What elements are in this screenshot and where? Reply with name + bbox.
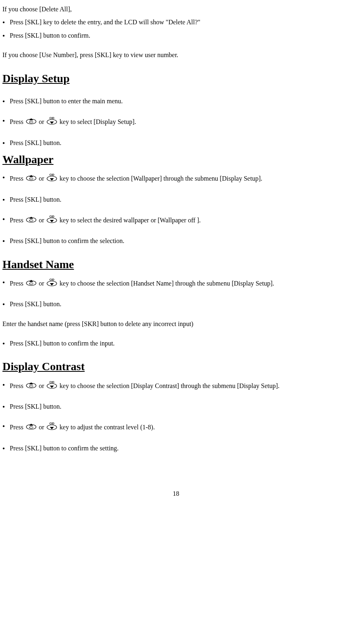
- svg-marker-41: [50, 427, 54, 429]
- display-setup-bullet-2: Press or CID key to select [Display Setu…: [2, 116, 350, 128]
- heading-handset-name: Handset Name: [2, 256, 350, 272]
- page-number: 18: [2, 489, 350, 498]
- wallpaper-bullet-4: Press [SKL] button to confirm the select…: [2, 237, 350, 245]
- display-setup-bullet-3: Press [SKL] button.: [2, 139, 350, 147]
- bullet-text-post: key to choose the selection [Handset Nam…: [60, 280, 274, 287]
- bullet-text: Press [SKL] button.: [10, 301, 62, 307]
- svg-text:CID: CID: [49, 173, 54, 176]
- intro-delete-all: If you choose [Delete All],: [2, 5, 350, 14]
- handset-name-bullet-3: Press [SKL] button to confirm the input.: [2, 339, 350, 348]
- svg-marker-6: [50, 122, 54, 124]
- handset-name-bullet-1: Press or CID key to choose the selection…: [2, 278, 350, 289]
- bullet-text-mid: or: [39, 382, 46, 389]
- heading-display-contrast: Display Contrast: [2, 358, 350, 374]
- svg-marker-27: [50, 283, 54, 286]
- down-arrow-cid-icon: CID: [47, 380, 57, 392]
- heading-wallpaper: Wallpaper: [2, 151, 350, 167]
- bullet-text-pre: Press: [10, 217, 25, 224]
- down-arrow-cid-icon: CID: [47, 173, 57, 184]
- bullet-text: Press [SKL] key to delete the entry, and…: [10, 19, 201, 26]
- intro-bullet-1: Press [SKL] key to delete the entry, and…: [2, 18, 350, 27]
- bullet-text-post: key to choose the selection [Wallpaper] …: [60, 175, 262, 182]
- bullet-text: Press [SKL] button.: [10, 403, 62, 410]
- bullet-text-pre: Press: [10, 118, 25, 125]
- bullet-text-mid: or: [39, 175, 46, 182]
- svg-text:CID: CID: [49, 117, 54, 119]
- up-arrow-redial-icon: [26, 215, 36, 225]
- bullet-text-mid: or: [39, 217, 46, 224]
- up-arrow-redial-icon: [26, 381, 36, 391]
- bullet-text-post: key to select the desired wallpaper or […: [60, 217, 201, 224]
- bullet-text-post: key to select [Display Setup].: [60, 118, 136, 125]
- bullet-text-pre: Press: [10, 382, 25, 389]
- svg-text:CID: CID: [49, 422, 54, 425]
- svg-marker-13: [50, 178, 54, 181]
- up-arrow-redial-icon: [26, 117, 36, 127]
- wallpaper-bullet-2: Press [SKL] button.: [2, 195, 350, 204]
- down-arrow-cid-icon: CID: [47, 278, 57, 289]
- bullet-text-pre: Press: [10, 175, 25, 182]
- display-contrast-bullet-1: Press or CID key to choose the selection…: [2, 380, 350, 392]
- down-arrow-cid-icon: CID: [47, 422, 57, 433]
- svg-marker-34: [50, 386, 54, 388]
- svg-text:CID: CID: [49, 215, 54, 218]
- bullet-text: Press [SKL] button to confirm.: [10, 32, 90, 39]
- bullet-text-pre: Press: [10, 280, 25, 287]
- bullet-text-mid: or: [39, 280, 46, 287]
- bullet-text: Press [SKL] button.: [10, 196, 62, 203]
- bullet-text: Press [SKL] button.: [10, 139, 62, 146]
- bullet-text: Press [SKL] button to confirm the settin…: [10, 445, 119, 452]
- bullet-text: Press [SKL] button to confirm the select…: [10, 237, 124, 244]
- display-contrast-bullet-3: Press or CID key to adjust the contrast …: [2, 422, 350, 433]
- handset-name-para: Enter the handset name (press [SKR] butt…: [2, 320, 350, 328]
- up-arrow-redial-icon: [26, 279, 36, 288]
- bullet-text-mid: or: [39, 424, 46, 431]
- bullet-text-mid: or: [39, 118, 46, 125]
- svg-text:CID: CID: [49, 381, 54, 384]
- handset-name-bullet-2: Press [SKL] button.: [2, 300, 350, 309]
- intro-bullet-2: Press [SKL] button to confirm.: [2, 31, 350, 40]
- bullet-text: Press [SKL] button to enter the main men…: [10, 98, 123, 104]
- display-contrast-bullet-4: Press [SKL] button to confirm the settin…: [2, 444, 350, 453]
- display-contrast-bullet-2: Press [SKL] button.: [2, 402, 350, 411]
- down-arrow-cid-icon: CID: [47, 116, 57, 128]
- wallpaper-bullet-1: Press or CID key to choose the selection…: [2, 173, 350, 184]
- intro-use-number: If you choose [Use Number], press [SKL] …: [2, 51, 350, 60]
- bullet-text-pre: Press: [10, 424, 25, 431]
- svg-text:CID: CID: [49, 278, 54, 281]
- down-arrow-cid-icon: CID: [47, 215, 57, 226]
- up-arrow-redial-icon: [26, 422, 36, 432]
- wallpaper-bullet-3: Press or CID key to select the desired w…: [2, 215, 350, 226]
- svg-marker-20: [50, 220, 54, 222]
- bullet-text: Press [SKL] button to confirm the input.: [10, 340, 115, 347]
- display-setup-bullet-1: Press [SKL] button to enter the main men…: [2, 97, 350, 106]
- heading-display-setup: Display Setup: [2, 70, 350, 86]
- bullet-text-post: key to adjust the contrast level (1-8).: [60, 424, 155, 431]
- up-arrow-redial-icon: [26, 174, 36, 183]
- bullet-text-post: key to choose the selection [Display Con…: [60, 382, 279, 389]
